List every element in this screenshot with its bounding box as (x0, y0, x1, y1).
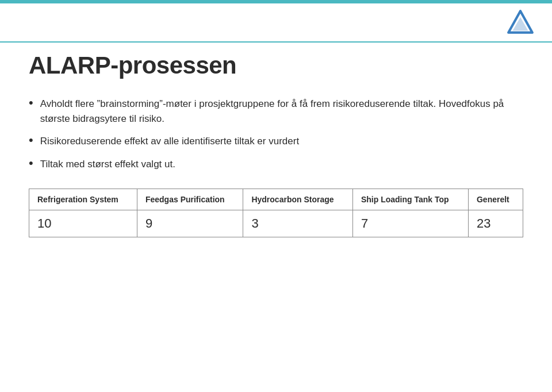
header-divider (0, 41, 552, 43)
table-header-col-1: Refrigeration System (29, 189, 137, 210)
table-header-col-2: Feedgas Purification (137, 189, 243, 210)
main-content: ALARP-prosessen • Avholdt flere ”brainst… (29, 52, 523, 237)
page-title: ALARP-prosessen (29, 52, 523, 79)
bullet-item-2: • Risikoreduserende effekt av alle ident… (29, 134, 523, 149)
table-cell-val-1: 10 (29, 210, 137, 237)
table-cell-val-2: 9 (137, 210, 243, 237)
bullet-text-1: Avholdt flere ”brainstorming”-møter i pr… (40, 97, 523, 126)
bullet-dot-2: • (29, 133, 33, 148)
bullet-item-1: • Avholdt flere ”brainstorming”-møter i … (29, 97, 523, 126)
table-header-col-5: Generelt (468, 189, 523, 210)
logo-container (506, 9, 535, 40)
bullet-text-3: Tiltak med størst effekt valgt ut. (40, 157, 175, 172)
table-row: 10 9 3 7 23 (29, 210, 523, 237)
bullet-item-3: • Tiltak med størst effekt valgt ut. (29, 157, 523, 172)
table-header-row: Refrigeration System Feedgas Purificatio… (29, 189, 523, 210)
bullet-section: • Avholdt flere ”brainstorming”-møter i … (29, 97, 523, 171)
table-cell-val-4: 7 (352, 210, 468, 237)
data-table: Refrigeration System Feedgas Purificatio… (29, 189, 523, 237)
table-cell-val-5: 23 (468, 210, 523, 237)
bullet-text-2: Risikoreduserende effekt av alle identif… (40, 134, 299, 149)
table-header-col-3: Hydrocarbon Storage (243, 189, 353, 210)
bullet-dot-1: • (29, 95, 33, 110)
company-logo-icon (506, 9, 535, 37)
bullet-dot-3: • (29, 156, 33, 171)
table-cell-val-3: 3 (243, 210, 353, 237)
top-accent-bar (0, 0, 552, 3)
table-header-col-4: Ship Loading Tank Top (352, 189, 468, 210)
